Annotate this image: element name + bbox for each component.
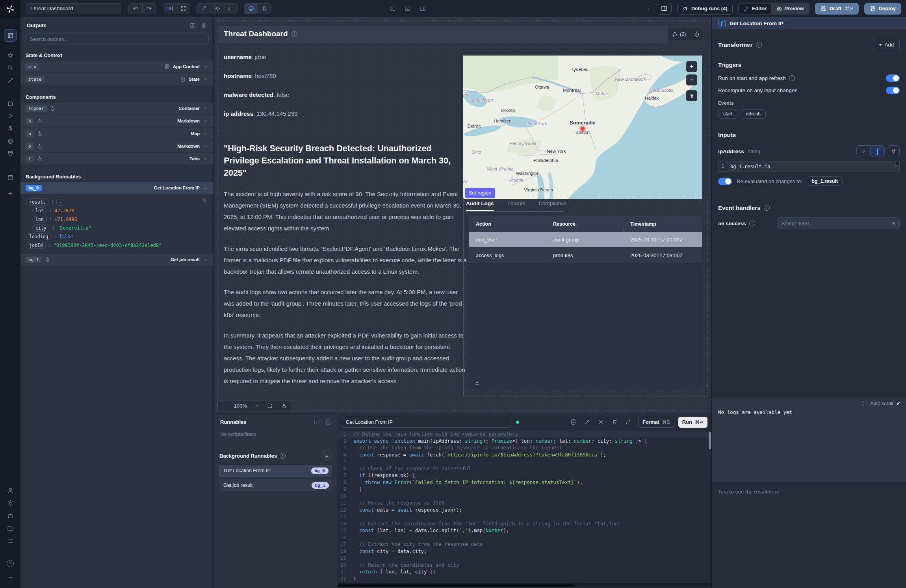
selected-component-header[interactable]: ƒ Get Location From IP <box>712 17 906 29</box>
collapse-rail-icon[interactable]: → <box>4 570 17 582</box>
zoom-out-icon[interactable]: − <box>218 401 230 411</box>
more-menu-icon[interactable]: ⋮ <box>645 5 651 12</box>
input-expression-editor[interactable]: 1 bg_1.result.ip <box>718 161 900 172</box>
add-transformer-button[interactable]: +Add <box>873 38 900 51</box>
markdown-fields-component[interactable]: username: jdoehostname: host789malware d… <box>224 54 460 129</box>
groups-grid-icon[interactable] <box>4 534 17 547</box>
map-zoom-out-button[interactable]: − <box>686 74 697 85</box>
zoom-in-icon[interactable]: + <box>251 401 263 411</box>
bg1-row[interactable]: bg_1 Get job result <box>20 254 214 265</box>
json-tree-row[interactable]: result:- <box>26 198 208 206</box>
code-line[interactable]: 16 <box>338 534 711 541</box>
map-component[interactable]: QuébecNew BrunswickOttawaMontréalMaineNo… <box>463 56 702 199</box>
runs-icon[interactable] <box>4 109 17 122</box>
runnable-item[interactable]: Get job resultbg_1 <box>219 479 332 491</box>
on-success-select[interactable]: Select items × <box>777 217 900 229</box>
json-tree-row[interactable]: city:"Somerville" <box>32 224 208 232</box>
apps-nav-icon[interactable] <box>4 29 17 42</box>
debug-runs-button[interactable]: Debug runs (4) <box>677 3 733 15</box>
fit-canvas-icon[interactable] <box>263 401 277 411</box>
ai-edit-icon[interactable] <box>584 419 590 425</box>
windmill-logo[interactable] <box>0 0 20 18</box>
toggle-left-panel-icon[interactable] <box>390 6 396 12</box>
code-line[interactable]: 12 const data = await response.json(); <box>338 506 711 514</box>
code-line[interactable]: 14 // Extract the coordinates from the '… <box>338 520 711 527</box>
app-title-input[interactable] <box>26 3 121 14</box>
code-line[interactable]: 6 // Check if the response is successful <box>338 465 711 472</box>
code-line[interactable]: 5 <box>338 458 711 465</box>
code-line[interactable]: 21 return { lon, lat, city }; <box>338 568 711 575</box>
table-row[interactable]: add_useraudit-group2025-03-30T17:00:00Z <box>469 232 702 248</box>
calendar-icon[interactable] <box>4 171 17 184</box>
code-line[interactable]: 19 <box>338 555 711 562</box>
search-nav-icon[interactable] <box>4 61 17 74</box>
json-tree-row[interactable]: loading:false <box>26 232 208 241</box>
ai-wand-icon[interactable] <box>4 74 17 87</box>
run-button[interactable]: Run⌘↵ <box>678 417 707 428</box>
editor-hscrollbar[interactable] <box>338 583 711 587</box>
folders-icon[interactable] <box>4 522 17 534</box>
column-header[interactable]: Timestamp <box>623 221 700 227</box>
expand-expression-icon[interactable] <box>892 164 897 169</box>
favorites-icon[interactable] <box>4 49 17 61</box>
mobile-view-button[interactable] <box>258 3 271 14</box>
ai-assistant-button[interactable] <box>197 3 210 14</box>
user-icon[interactable] <box>4 484 17 497</box>
code-line[interactable]: 13 <box>338 513 711 520</box>
output-row-ctx[interactable]: ctx App Context <box>20 61 214 72</box>
outputs-search[interactable] <box>25 33 209 45</box>
toggle-bottom-panel-icon[interactable] <box>405 6 411 12</box>
schedules-icon[interactable] <box>4 147 17 160</box>
output-row-state[interactable]: state State <box>20 73 214 85</box>
tab-threats[interactable]: Threats <box>507 200 525 211</box>
app-canvas[interactable]: Threat Dashboardi (2) username: jdoehost… <box>214 17 711 414</box>
cache-db-icon[interactable] <box>570 419 576 425</box>
json-tree-row[interactable]: lat:42.3876 <box>32 206 208 215</box>
help-icon[interactable]: ? <box>4 557 17 570</box>
deploy-button[interactable]: Deploy <box>864 3 901 15</box>
json-tree-row[interactable]: lon:-71.0995 <box>32 215 208 224</box>
add-nav-icon[interactable]: + <box>4 187 17 200</box>
runnable-item[interactable]: Get Location From IPbg_0 <box>219 465 332 477</box>
tab-compliance[interactable]: Compliance <box>538 200 566 211</box>
desktop-view-button[interactable] <box>244 3 258 14</box>
reeval-dependency-chip[interactable]: bg_1.result <box>807 176 843 186</box>
editor-tab[interactable]: Editor <box>739 4 772 14</box>
code-line[interactable]: 11 // Parse the response as JSON <box>338 499 711 506</box>
code-line[interactable]: 1// Define the main function with the re… <box>338 430 711 438</box>
output-row-h[interactable]: h Markdown <box>20 115 214 127</box>
clear-select-icon[interactable]: × <box>892 220 895 226</box>
event-pill-refresh[interactable]: refresh <box>741 109 765 119</box>
runnable-name-input[interactable] <box>342 417 511 428</box>
delete-script-icon[interactable] <box>612 419 618 425</box>
code-line[interactable]: 15 const [lat, lon] = data.loc.split(','… <box>338 527 711 534</box>
set-region-button[interactable]: Set region <box>465 188 495 198</box>
workers-icon[interactable] <box>4 509 17 522</box>
preview-tab[interactable]: ◎ Preview <box>772 4 808 14</box>
code-line[interactable]: 10 <box>338 493 711 500</box>
add-runnable-button[interactable]: + <box>322 451 332 461</box>
tree-search-icon[interactable] <box>202 198 208 203</box>
code-line[interactable]: 8 throw new Error(`Failed to fetch IP in… <box>338 479 711 486</box>
code-line[interactable]: 9 } <box>338 486 711 493</box>
code-line[interactable]: 2export async function main(ipAddress: s… <box>338 438 711 445</box>
home-icon[interactable] <box>4 97 17 109</box>
column-header[interactable]: Action <box>469 221 546 227</box>
code-area[interactable]: 1// Define the main function with the re… <box>338 430 711 582</box>
code-line[interactable]: 3 // Use the token from the Ipinfo resou… <box>338 444 711 451</box>
doc-panel-icon[interactable] <box>201 22 207 28</box>
canvas-history-button[interactable] <box>690 32 704 37</box>
light-theme-button[interactable] <box>210 3 224 14</box>
output-row-b[interactable]: b Markdown <box>20 140 214 152</box>
tab-audit-logs[interactable]: Audit Logs <box>466 200 494 211</box>
reeval-toggle[interactable] <box>718 178 732 185</box>
hide-bars-button[interactable]: |0| <box>163 3 176 14</box>
column-header[interactable]: Resource <box>546 221 623 227</box>
script-settings-icon[interactable] <box>598 419 604 425</box>
code-line[interactable]: 20 // Return the coordinates and city <box>338 562 711 569</box>
recompute-toggle[interactable] <box>886 87 900 94</box>
expand-logs-icon[interactable] <box>862 401 867 406</box>
outputs-search-input[interactable] <box>30 36 204 42</box>
map-zoom-in-button[interactable]: + <box>686 61 697 72</box>
bg0-row[interactable]: bg_0 Get Location From IP <box>20 182 214 194</box>
